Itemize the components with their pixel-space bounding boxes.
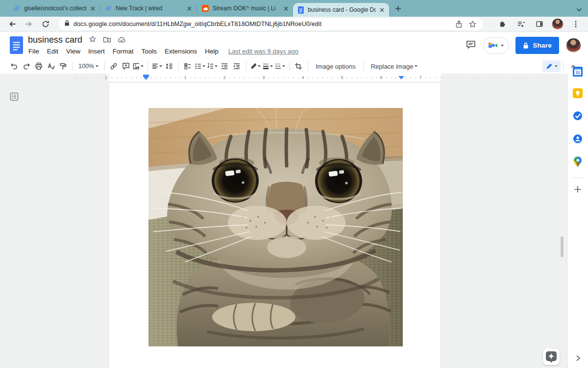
undo-button[interactable]: [8, 60, 20, 72]
back-icon[interactable]: [6, 18, 19, 30]
tab-google-docs-active[interactable]: business card - Google Docs: [293, 3, 389, 17]
ruler-number: 5: [340, 75, 344, 80]
close-tab-icon[interactable]: [91, 6, 95, 11]
last-edit-link[interactable]: Last edit was 9 days ago: [228, 48, 298, 55]
pencil-icon: [545, 62, 553, 70]
google-maps-icon[interactable]: [573, 157, 583, 167]
side-panel-icon[interactable]: [533, 18, 546, 30]
reload-icon[interactable]: [39, 18, 52, 30]
document-outline-icon[interactable]: [10, 92, 19, 103]
extensions-puzzle-icon[interactable]: [496, 18, 509, 30]
forward-icon[interactable]: [23, 18, 35, 30]
tab-label: giselleisnotcool's collection | B: [24, 5, 87, 12]
document-canvas: [0, 81, 567, 368]
docs-profile-avatar[interactable]: [566, 38, 581, 53]
numbered-list-caret: [215, 65, 218, 67]
tab-search-chevron-icon[interactable]: [576, 5, 582, 14]
menu-help[interactable]: Help: [201, 47, 222, 55]
share-label: Share: [533, 42, 552, 49]
right-indent-marker[interactable]: [398, 76, 404, 79]
align-button[interactable]: [151, 60, 163, 72]
address-bar[interactable]: docs.google.com/document/d/11HLbMZgw_oit…: [59, 18, 483, 30]
border-weight-caret: [270, 65, 273, 67]
join-meet-button[interactable]: [483, 37, 509, 54]
close-tab-icon[interactable]: [380, 8, 384, 12]
menu-view[interactable]: View: [62, 47, 84, 55]
meet-dropdown-caret: [501, 45, 504, 47]
menu-bar: File Edit View Insert Format Tools Exten…: [28, 47, 298, 55]
tab-strip: giselleisnotcool's collection | B New Tr…: [0, 0, 588, 17]
menu-file[interactable]: File: [28, 47, 43, 55]
crop-image-button[interactable]: [293, 60, 305, 72]
share-button[interactable]: Share: [515, 37, 559, 54]
ruler-number: 2: [222, 75, 227, 80]
media-playlist-icon[interactable]: [514, 18, 527, 30]
bulleted-list-caret: [202, 65, 205, 67]
lock-icon[interactable]: [64, 20, 70, 28]
bulleted-list-button[interactable]: [194, 60, 206, 72]
bookmark-star-icon[interactable]: [466, 18, 478, 30]
left-indent-marker[interactable]: [143, 75, 149, 80]
panel-divider: [573, 178, 583, 178]
zoom-select[interactable]: 100%: [75, 63, 101, 70]
menu-edit[interactable]: Edit: [43, 47, 62, 55]
image-options-button[interactable]: Image options: [311, 63, 360, 70]
border-weight-button[interactable]: [262, 60, 274, 72]
print-button[interactable]: [32, 60, 45, 72]
move-folder-icon[interactable]: [103, 36, 111, 45]
close-tab-icon[interactable]: [284, 6, 288, 11]
tab-soundcloud[interactable]: Stream OOK^ music | Listen to: [197, 0, 293, 17]
increase-indent-button[interactable]: [231, 60, 243, 72]
browser-profile-avatar[interactable]: [552, 18, 564, 30]
menu-format[interactable]: Format: [109, 47, 138, 55]
menu-insert[interactable]: Insert: [84, 47, 109, 55]
new-tab-button[interactable]: [395, 0, 401, 17]
ruler-number: 7: [418, 75, 423, 80]
open-comments-icon[interactable]: [466, 40, 476, 52]
document-title[interactable]: business card: [28, 35, 82, 45]
editing-mode-button[interactable]: [542, 60, 561, 72]
star-document-icon[interactable]: [89, 35, 97, 45]
tab-label: business card - Google Docs: [308, 6, 376, 13]
url-text[interactable]: docs.google.com/document/d/11HLbMZgw_oit…: [74, 21, 451, 27]
google-contacts-icon[interactable]: [573, 134, 583, 144]
document-page[interactable]: [109, 82, 441, 368]
browser-toolbar: docs.google.com/document/d/11HLbMZgw_oit…: [0, 17, 588, 32]
numbered-list-button[interactable]: [206, 60, 219, 72]
browser-menu-dots-icon[interactable]: [569, 18, 582, 30]
border-color-button[interactable]: [249, 60, 262, 72]
add-comment-button[interactable]: [120, 60, 132, 72]
menu-tools[interactable]: Tools: [138, 47, 161, 55]
google-keep-icon[interactable]: [573, 88, 583, 98]
google-docs-icon: [298, 6, 304, 14]
horizontal-ruler[interactable]: 1 1 2 3 4 5 6 7: [0, 74, 567, 81]
menu-extensions[interactable]: Extensions: [161, 47, 201, 55]
spellcheck-button[interactable]: [45, 60, 57, 72]
tab-bandcamp-track[interactable]: New Track | wired: [100, 0, 196, 17]
hide-side-panel-chevron-icon[interactable]: [573, 353, 583, 363]
border-dash-button[interactable]: [274, 60, 286, 72]
tab-bandcamp-collection[interactable]: giselleisnotcool's collection | B: [9, 0, 100, 17]
explore-button[interactable]: [543, 348, 560, 365]
browser-actions: [490, 18, 582, 30]
document-image-cat-photo[interactable]: [148, 108, 403, 346]
replace-image-button[interactable]: Replace image: [367, 63, 422, 70]
insert-image-button[interactable]: [132, 60, 145, 72]
docs-toolbar: 100%: [0, 59, 588, 74]
google-tasks-icon[interactable]: [573, 111, 583, 121]
share-page-icon[interactable]: [453, 18, 465, 30]
vertical-scrollbar-thumb[interactable]: [561, 237, 564, 257]
insert-link-button[interactable]: [108, 60, 120, 72]
line-spacing-button[interactable]: [163, 60, 175, 72]
decrease-indent-button[interactable]: [219, 60, 231, 72]
google-calendar-icon[interactable]: 31: [573, 67, 583, 77]
redo-button[interactable]: [20, 60, 32, 72]
google-docs-logo[interactable]: [10, 36, 23, 56]
checklist-button[interactable]: [182, 60, 194, 72]
tab-label: Stream OOK^ music | Listen to: [213, 5, 275, 12]
get-addons-plus-icon[interactable]: [573, 184, 583, 194]
paint-format-button[interactable]: [57, 60, 69, 72]
cloud-saved-icon[interactable]: [118, 36, 126, 45]
border-dash-caret: [282, 65, 285, 67]
close-tab-icon[interactable]: [187, 6, 192, 11]
